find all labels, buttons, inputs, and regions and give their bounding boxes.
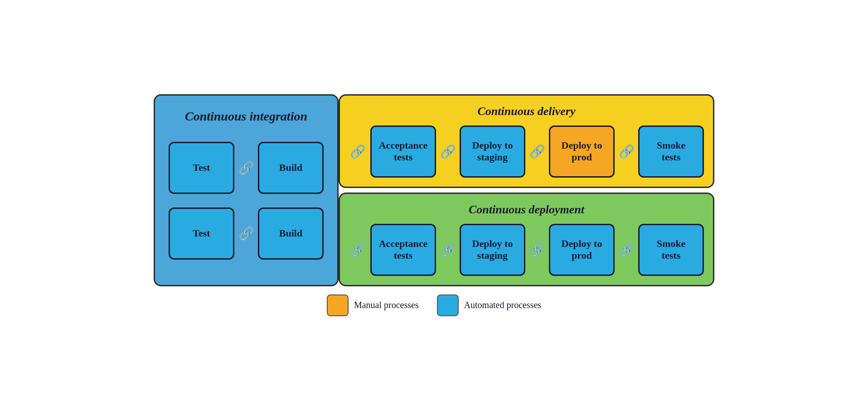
chain-link-ci-2: 🔗 [238,226,254,241]
chain-deployment-1: 🔗 [440,242,456,257]
chain-deployment-2: 🔗 [529,242,545,257]
cd-deployment-stage-2: Deploy toprod [549,224,615,276]
legend-manual: Manual processes [327,294,419,316]
chain-ci-to-deployment: 🔗 [349,242,367,257]
chain-delivery-3: 🔗 [618,144,635,159]
ci-build-1: Build [258,142,324,194]
ci-test-2: Test [169,207,234,260]
cd-delivery-title: Continuous delivery [349,105,704,118]
chain-link-ci-1: 🔗 [238,160,254,175]
cd-delivery-stage-2: Deploy toprod [549,125,615,178]
cd-deployment-stage-3: Smoketests [638,224,704,276]
cd-delivery-stage-0: Acceptancetests [370,125,436,178]
ci-row-1: Test 🔗 Build [169,142,324,194]
ci-test-1: Test [169,142,234,194]
legend: Manual processes Automated processes [327,294,541,316]
ci-title: Continuous integration [169,109,324,124]
diagram-wrapper: Continuous integration Test 🔗 Build Test… [154,94,714,316]
cd-delivery-row: 🔗 Acceptancetests 🔗 Deploy tostaging 🔗 D… [349,125,704,178]
cd-delivery-stage-3: Smoketests [638,125,704,178]
legend-automated-label: Automated processes [464,300,542,310]
cd-delivery-box: Continuous delivery 🔗 Acceptancetests 🔗 … [339,94,714,188]
ci-box: Continuous integration Test 🔗 Build Test… [154,94,339,286]
legend-manual-label: Manual processes [354,300,419,310]
chain-ci-to-delivery: 🔗 [349,144,367,159]
chain-delivery-1: 🔗 [440,144,456,159]
cd-delivery-stage-1: Deploy tostaging [460,125,525,178]
cd-deployment-stage-1: Deploy tostaging [460,224,525,276]
legend-automated: Automated processes [437,294,542,316]
main-row: Continuous integration Test 🔗 Build Test… [154,94,714,286]
cd-column: Continuous delivery 🔗 Acceptancetests 🔗 … [339,94,714,286]
chain-delivery-2: 🔗 [529,144,545,159]
cd-deployment-title: Continuous deployment [349,203,704,217]
cd-deployment-stage-0: Acceptancetests [370,224,436,276]
cd-deployment-row: 🔗 Acceptancetests 🔗 Deploy tostaging 🔗 D… [349,224,704,276]
legend-manual-box [327,294,349,316]
legend-automated-box [437,294,459,316]
ci-build-2: Build [258,207,324,260]
chain-deployment-3: 🔗 [618,242,635,257]
ci-row-2: Test 🔗 Build [169,207,324,260]
cd-deployment-box: Continuous deployment 🔗 Acceptancetests … [339,193,714,286]
